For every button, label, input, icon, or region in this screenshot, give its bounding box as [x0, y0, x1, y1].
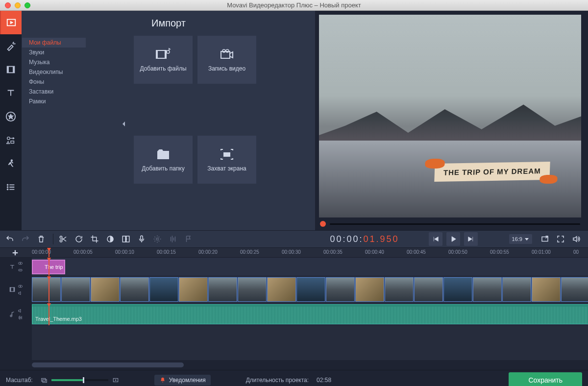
record-video-label: Запись видео	[208, 65, 245, 72]
svg-rect-33	[141, 236, 143, 240]
color-adjust-button[interactable]	[103, 232, 117, 246]
camera-icon	[219, 48, 235, 61]
panel-title: Импорт	[22, 11, 315, 36]
next-frame-button[interactable]	[464, 232, 478, 246]
redo-button[interactable]	[19, 232, 32, 246]
marker-button[interactable]	[182, 232, 196, 246]
mute-icon[interactable]	[18, 290, 23, 296]
category-videoclips[interactable]: Видеоклипы	[22, 67, 86, 77]
category-list: Мои файлы Звуки Музыка Видеоклипы Фоны З…	[22, 36, 86, 230]
playhead[interactable]	[49, 248, 49, 257]
visibility-icon[interactable]	[18, 284, 23, 289]
transition-wizard-button[interactable]	[119, 232, 133, 246]
screen-capture-button[interactable]: Захват экрана	[197, 136, 256, 184]
timeline: 00:00:00 00:00:05 00:00:10 00:00:15 00:0…	[0, 248, 588, 370]
svg-marker-35	[452, 237, 456, 242]
scrub-handle-icon[interactable]	[320, 221, 326, 227]
notifications-button[interactable]: Уведомления	[154, 375, 211, 386]
screen-capture-icon	[219, 147, 235, 161]
clip-properties-button[interactable]	[150, 232, 164, 246]
visibility-icon[interactable]	[18, 261, 23, 266]
zoom-label: Масштаб:	[6, 377, 33, 384]
duration-value: 02:58	[317, 377, 331, 384]
tab-stickers[interactable]	[0, 105, 22, 128]
tab-transitions[interactable]	[0, 58, 22, 81]
undo-button[interactable]	[3, 232, 17, 246]
film-music-icon	[155, 48, 171, 61]
tab-callouts[interactable]	[0, 128, 22, 152]
window-title: Movavi Видеоредактор Плюс – Новый проект	[0, 1, 588, 9]
svg-point-9	[7, 137, 10, 140]
tab-filters[interactable]	[0, 34, 22, 58]
rotate-button[interactable]	[72, 232, 86, 246]
scrollbar-thumb[interactable]	[32, 362, 184, 367]
delete-button[interactable]	[34, 232, 48, 246]
category-sounds[interactable]: Звуки	[22, 48, 86, 57]
zoom-slider[interactable]	[41, 377, 119, 384]
tab-titles[interactable]	[0, 81, 22, 105]
audio-clip[interactable]: Travel_Theme.mp3	[32, 304, 588, 324]
tab-more[interactable]	[0, 175, 22, 199]
add-track-button[interactable]	[10, 248, 20, 258]
zoom-in-icon[interactable]	[112, 377, 119, 384]
detach-preview-button[interactable]	[538, 232, 552, 246]
svg-marker-17	[122, 121, 125, 126]
category-music[interactable]: Музыка	[22, 57, 86, 67]
record-voiceover-button[interactable]	[135, 232, 148, 246]
screen-capture-label: Захват экрана	[207, 165, 246, 172]
split-button[interactable]	[56, 232, 70, 246]
category-my-files[interactable]: Мои файлы	[22, 38, 86, 48]
collapse-sidebar-button[interactable]	[120, 114, 128, 134]
folder-icon	[155, 147, 171, 161]
add-folder-button[interactable]: Добавить папку	[134, 136, 193, 184]
volume-button[interactable]	[569, 232, 583, 246]
add-folder-label: Добавить папку	[142, 165, 184, 172]
svg-marker-23	[230, 52, 233, 58]
link-icon[interactable]	[18, 267, 23, 273]
svg-rect-6	[13, 67, 15, 73]
crop-button[interactable]	[88, 232, 101, 246]
add-files-button[interactable]: Добавить файлы	[134, 36, 193, 84]
svg-rect-26	[223, 152, 230, 157]
category-frames[interactable]: Рамки	[22, 96, 86, 106]
video-clip[interactable]	[32, 277, 588, 302]
svg-point-44	[20, 286, 21, 287]
fx-icon[interactable]	[18, 315, 23, 320]
svg-point-3	[14, 44, 15, 45]
mute-icon[interactable]	[18, 308, 23, 314]
svg-marker-1	[10, 21, 13, 24]
svg-rect-10	[11, 141, 14, 144]
add-files-label: Добавить файлы	[140, 65, 186, 72]
time-ruler[interactable]: 00:00:00 00:00:05 00:00:10 00:00:15 00:0…	[32, 248, 588, 257]
aspect-ratio-dropdown[interactable]: 16:9	[509, 234, 532, 244]
timeline-scrollbar[interactable]	[0, 360, 588, 370]
svg-marker-32	[125, 239, 127, 240]
titles-track: The trip	[0, 258, 588, 276]
svg-rect-30	[122, 236, 125, 242]
preview-pane: THE TRIP OF MY DREAM	[315, 11, 588, 230]
duration-label: Длительность проекта:	[246, 377, 309, 384]
svg-marker-8	[8, 114, 14, 120]
svg-point-15	[7, 187, 8, 188]
preview-scrubber[interactable]	[319, 217, 581, 230]
timecode-display: 00:00:01.950	[330, 234, 399, 244]
svg-point-16	[7, 189, 8, 190]
record-video-button[interactable]: Запись видео	[197, 36, 256, 84]
zoom-out-icon[interactable]	[41, 377, 48, 384]
preview-video[interactable]: THE TRIP OF MY DREAM	[319, 15, 581, 217]
play-button[interactable]	[446, 232, 460, 246]
audio-track-head	[0, 303, 32, 325]
category-backgrounds[interactable]: Фоны	[22, 77, 86, 87]
audio-properties-button[interactable]	[166, 232, 180, 246]
tab-import[interactable]	[0, 11, 22, 34]
svg-marker-36	[525, 238, 529, 241]
category-intros[interactable]: Заставки	[22, 87, 86, 96]
scrub-track[interactable]	[330, 223, 580, 225]
prev-frame-button[interactable]	[429, 232, 442, 246]
fullscreen-button[interactable]	[554, 232, 567, 246]
svg-rect-22	[221, 51, 230, 58]
bell-icon	[159, 377, 166, 384]
tab-animation[interactable]	[0, 152, 22, 175]
editor-toolbar: 00:00:01.950 16:9	[0, 230, 588, 248]
save-button[interactable]: Сохранить	[509, 372, 582, 386]
